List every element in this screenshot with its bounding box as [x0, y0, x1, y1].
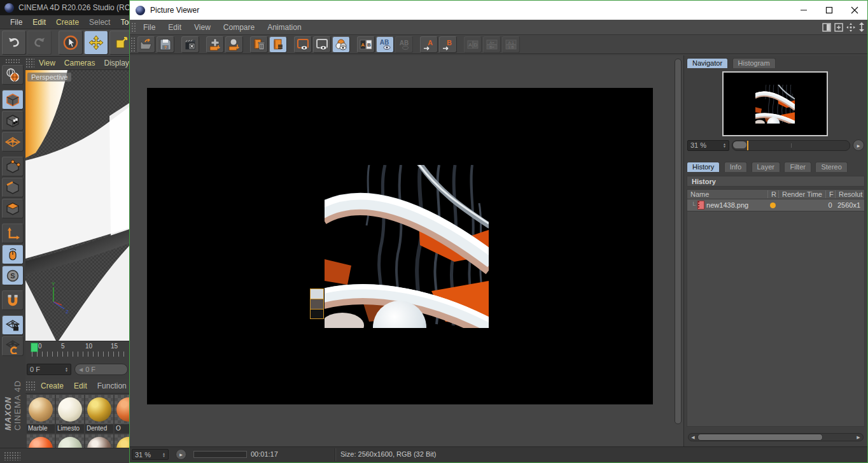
c4d-menu-edit[interactable]: Edit — [27, 18, 51, 27]
set-as-b-button[interactable]: B — [439, 36, 457, 53]
material-tile[interactable] — [56, 434, 84, 448]
material-grip[interactable] — [25, 381, 36, 391]
edge-mode-button[interactable] — [2, 178, 24, 197]
mouse-input-button[interactable] — [2, 245, 24, 264]
zoom-slider[interactable] — [732, 140, 850, 151]
column-r[interactable]: R — [767, 190, 778, 198]
status-zoom-spinner[interactable]: ▲ ▼ — [162, 452, 165, 457]
tab-filter[interactable]: Filter — [784, 162, 811, 172]
material-tile[interactable] — [115, 434, 129, 448]
status-zoom-field[interactable]: 31 % ▲ ▼ — [132, 449, 169, 460]
ab-grid-button[interactable]: A= B= — [483, 36, 501, 53]
delete-history-entry-button[interactable] — [250, 36, 268, 53]
model-mode-button[interactable] — [2, 90, 24, 110]
pv-menu-edit[interactable]: Edit — [162, 23, 188, 32]
pv-titlebar[interactable]: Picture Viewer — [130, 1, 867, 20]
redo-button[interactable] — [27, 31, 52, 55]
tab-histogram[interactable]: Histogram — [732, 58, 776, 68]
show-image-a-button[interactable] — [294, 36, 312, 53]
column-resolution[interactable]: Resolut — [835, 190, 864, 198]
material-tile[interactable]: Marble — [27, 395, 55, 433]
move-panel-icon[interactable] — [846, 23, 855, 32]
region-selection-box[interactable] — [310, 288, 324, 319]
timeline-playhead[interactable] — [31, 343, 38, 352]
copy-to-material-button[interactable] — [225, 36, 243, 53]
viewport-menu-cameras[interactable]: Cameras — [60, 59, 100, 68]
material-tile[interactable]: Dented — [85, 395, 113, 433]
axis-mode-button[interactable] — [2, 224, 24, 243]
maximize-button[interactable] — [816, 1, 842, 20]
canvas-vertical-scrollbar[interactable] — [675, 59, 682, 424]
tab-stereo[interactable]: Stereo — [815, 162, 847, 172]
live-selection-tool[interactable] — [59, 31, 83, 55]
save-image-button[interactable]: ? — [157, 36, 174, 53]
scroll-left-icon[interactable]: ◀ — [689, 435, 697, 440]
show-multipass-button[interactable] — [332, 36, 350, 53]
snap-settings-button[interactable]: S — [2, 266, 24, 285]
compare-ab-split-button[interactable]: A B — [357, 36, 375, 53]
polygon-mode-button[interactable] — [2, 199, 24, 218]
swap-ab-button[interactable]: A D — [464, 36, 482, 53]
column-render-time[interactable]: Render Time — [778, 190, 825, 198]
pv-menu-compare[interactable]: Compare — [217, 23, 261, 32]
point-mode-button[interactable] — [2, 157, 24, 176]
pv-menu-animation[interactable]: Animation — [261, 23, 307, 32]
spinner-down-icon[interactable]: ▼ — [162, 455, 165, 457]
scale-tool[interactable] — [109, 31, 129, 55]
history-list-button[interactable] — [269, 36, 287, 53]
navigator-zoom-field[interactable]: 31 % ▲ ▼ — [687, 140, 729, 151]
scrollbar-thumb[interactable] — [697, 434, 823, 441]
sidebar-horizontal-scrollbar[interactable]: ◀ ▶ — [688, 433, 864, 441]
c4d-menu-file[interactable]: File — [5, 18, 27, 27]
ab-ratio-button[interactable]: A:1 1:B — [502, 36, 520, 53]
navigator-zoom-spinner[interactable]: ▲ ▼ — [723, 143, 726, 148]
material-tile[interactable] — [85, 434, 113, 448]
panel-layout-icon[interactable] — [822, 23, 831, 32]
texture-mode-button[interactable] — [2, 111, 24, 131]
material-tile[interactable]: O — [115, 395, 129, 433]
pv-image-canvas[interactable] — [130, 55, 683, 447]
undo-button[interactable] — [2, 31, 26, 55]
coordinate-system-button[interactable] — [2, 65, 24, 85]
resize-vertical-icon[interactable] — [858, 22, 865, 32]
timeline-ruler[interactable]: 0 5 10 15 — [25, 341, 129, 360]
scroll-right-icon[interactable]: ▶ — [854, 435, 863, 440]
compare-ab-difference-button[interactable]: AB — [395, 36, 413, 53]
zoom-options-button[interactable]: ▶ — [853, 139, 864, 151]
play-button[interactable]: ▶ — [176, 449, 186, 460]
navigator-preview[interactable] — [722, 71, 828, 136]
bottom-grip[interactable] — [4, 452, 20, 460]
copy-to-viewport-button[interactable] — [206, 36, 224, 53]
pv-menu-grip[interactable] — [131, 22, 137, 32]
frame-number-field[interactable]: 0 F ▲ ▼ — [27, 364, 71, 375]
slider-arrow-icon[interactable]: ◀ — [79, 367, 83, 373]
c4d-menu-select[interactable]: Select — [84, 18, 115, 27]
tab-info[interactable]: Info — [724, 162, 747, 172]
workplane-lock-button[interactable] — [2, 315, 24, 335]
open-image-button[interactable] — [137, 36, 155, 53]
compare-ab-overlay-button[interactable]: AB — [376, 36, 394, 53]
column-f[interactable]: F — [825, 190, 835, 198]
palette-grip[interactable] — [5, 59, 20, 63]
set-as-a-button[interactable]: A — [420, 36, 438, 53]
c4d-menu-create[interactable]: Create — [51, 18, 84, 27]
workplane-planar-button[interactable] — [2, 336, 24, 356]
pv-menu-file[interactable]: File — [137, 23, 162, 32]
pv-toolbar-grip[interactable] — [130, 37, 136, 52]
material-menu-create[interactable]: Create — [36, 381, 69, 390]
material-tile[interactable] — [27, 434, 55, 448]
material-menu-edit[interactable]: Edit — [69, 381, 92, 390]
spinner-down-icon[interactable]: ▼ — [65, 369, 68, 372]
viewport-menu-view[interactable]: View — [34, 59, 60, 68]
viewport-canvas[interactable]: Y Z Perspective — [25, 70, 129, 341]
material-menu-function[interactable]: Function — [92, 381, 129, 390]
tab-history[interactable]: History — [687, 162, 720, 172]
enable-snap-button[interactable] — [2, 290, 24, 310]
panel-add-icon[interactable] — [834, 23, 843, 32]
show-image-b-button[interactable] — [313, 36, 331, 53]
close-button[interactable] — [842, 1, 867, 20]
viewport-menu-display[interactable]: Display — [99, 59, 133, 68]
column-name[interactable]: Name — [687, 190, 767, 198]
workplane-mode-button[interactable] — [2, 132, 24, 152]
frame-spinner[interactable]: ▲ ▼ — [65, 367, 68, 372]
